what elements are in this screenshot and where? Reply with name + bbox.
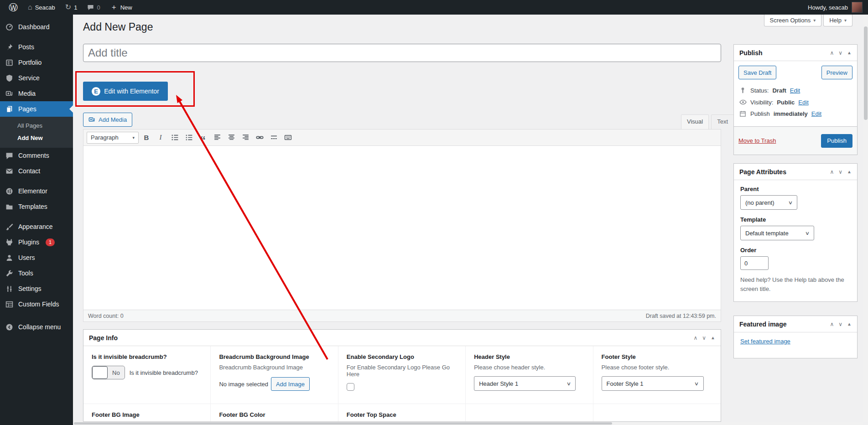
panel-controls: ∧ ∨ ▲ bbox=[830, 321, 852, 327]
sidebar-item-custom-fields[interactable]: Custom Fields bbox=[0, 296, 73, 312]
footer-style-select[interactable]: Footer Style 1 ∨ bbox=[602, 376, 704, 391]
sidebar-item-posts[interactable]: Posts bbox=[0, 39, 73, 55]
comments-link[interactable]: 0 bbox=[83, 0, 104, 15]
updates-link[interactable]: ↻ 1 bbox=[61, 0, 82, 15]
submenu-all-pages[interactable]: All Pages bbox=[0, 119, 73, 132]
sidebar-item-users[interactable]: Users bbox=[0, 250, 73, 265]
sidebar-item-tools[interactable]: Tools bbox=[0, 265, 73, 281]
publish-body: Save Draft Preview Status: Draft Edit Vi… bbox=[734, 61, 857, 122]
align-center-button[interactable] bbox=[225, 132, 238, 144]
field-label: Enable Secondary Logo bbox=[347, 353, 457, 360]
collapse-panel-icon[interactable]: ▲ bbox=[711, 335, 715, 340]
add-media-button[interactable]: Add Media bbox=[83, 113, 132, 127]
paragraph-format-select[interactable]: Paragraph ▾ bbox=[87, 132, 139, 144]
read-more-tag-button[interactable] bbox=[267, 132, 280, 144]
italic-button[interactable]: I bbox=[154, 132, 167, 144]
edit-schedule-link[interactable]: Edit bbox=[811, 110, 821, 117]
wordpress-logo-icon: Ⓦ bbox=[9, 3, 18, 12]
parent-label: Parent bbox=[740, 186, 851, 192]
sidebar-item-elementor[interactable]: Elementor bbox=[0, 183, 73, 199]
preview-button[interactable]: Preview bbox=[821, 66, 852, 79]
wordpress-logo-menu[interactable]: Ⓦ bbox=[5, 0, 22, 15]
sidebar-item-comments[interactable]: Comments bbox=[0, 148, 73, 163]
order-input[interactable] bbox=[740, 256, 769, 270]
tab-text[interactable]: Text bbox=[711, 114, 734, 129]
vertical-scrollbar-thumb[interactable] bbox=[864, 26, 868, 120]
folder-icon bbox=[5, 202, 14, 211]
collapse-menu-button[interactable]: Collapse menu bbox=[0, 319, 73, 335]
move-up-icon[interactable]: ∧ bbox=[830, 50, 834, 56]
editor-content-area[interactable] bbox=[83, 146, 721, 310]
menu-separator bbox=[0, 179, 73, 183]
post-title-input[interactable] bbox=[83, 44, 721, 62]
move-up-icon[interactable]: ∧ bbox=[694, 335, 698, 341]
sidebar-item-templates[interactable]: Templates bbox=[0, 199, 73, 214]
sidebar-label: Appearance bbox=[18, 223, 53, 230]
move-down-icon[interactable]: ∨ bbox=[838, 50, 842, 56]
sidebar-item-media[interactable]: Media bbox=[0, 86, 73, 101]
template-select[interactable]: Default template ∨ bbox=[740, 226, 814, 240]
publish-button[interactable]: Publish bbox=[821, 134, 852, 148]
edit-status-link[interactable]: Edit bbox=[790, 87, 800, 94]
move-up-icon[interactable]: ∧ bbox=[830, 321, 834, 327]
admin-bar-left: Ⓦ ⌂ Seacab ↻ 1 0 ＋ New bbox=[0, 0, 136, 15]
edit-with-elementor-button[interactable]: E Edit with Elementor bbox=[83, 82, 168, 101]
sidebar-item-pages[interactable]: Pages bbox=[0, 101, 73, 117]
move-down-icon[interactable]: ∨ bbox=[838, 169, 842, 175]
sidebar-item-dashboard[interactable]: Dashboard bbox=[0, 19, 73, 35]
align-left-button[interactable] bbox=[211, 132, 223, 144]
header-style-select[interactable]: Header Style 1 ∨ bbox=[474, 376, 576, 391]
align-right-button[interactable] bbox=[239, 132, 252, 144]
parent-select[interactable]: (no parent) ∨ bbox=[740, 195, 797, 210]
move-down-icon[interactable]: ∨ bbox=[702, 335, 706, 341]
set-featured-image-link[interactable]: Set featured image bbox=[740, 338, 790, 345]
move-down-icon[interactable]: ∨ bbox=[838, 321, 842, 327]
link-button[interactable] bbox=[253, 132, 266, 144]
image-status-text: No image selected bbox=[219, 381, 268, 388]
tab-visual[interactable]: Visual bbox=[681, 114, 709, 129]
plug-icon bbox=[5, 238, 14, 246]
breadcrumb-toggle[interactable]: No bbox=[92, 366, 125, 379]
sidebar-item-appearance[interactable]: Appearance bbox=[0, 219, 73, 234]
editor-statusbar: Word count: 0 Draft saved at 12:43:59 pm… bbox=[83, 310, 721, 321]
move-to-trash-link[interactable]: Move to Trash bbox=[738, 137, 776, 144]
field-label: Header Style bbox=[474, 353, 584, 360]
bold-button[interactable]: B bbox=[140, 132, 153, 144]
sidebar-item-portfolio[interactable]: Portfolio bbox=[0, 55, 73, 70]
collapse-panel-icon[interactable]: ▲ bbox=[847, 321, 852, 327]
submenu-add-new[interactable]: Add New bbox=[0, 132, 73, 144]
help-label: Help bbox=[829, 17, 842, 24]
field-description: For Enable Secondary Logo Please Go Here bbox=[347, 364, 457, 378]
howdy-text[interactable]: Howdy, seacab bbox=[808, 4, 848, 11]
horizontal-scrollbar[interactable] bbox=[73, 422, 863, 425]
user-avatar[interactable] bbox=[852, 2, 863, 13]
edit-visibility-link[interactable]: Edit bbox=[798, 99, 808, 106]
save-draft-button[interactable]: Save Draft bbox=[738, 66, 776, 79]
collapse-panel-icon[interactable]: ▲ bbox=[847, 169, 852, 174]
screen-options-button[interactable]: Screen Options ▾ bbox=[764, 15, 822, 26]
sidebar-item-settings[interactable]: Settings bbox=[0, 281, 73, 296]
sidebar-item-service[interactable]: Service bbox=[0, 70, 73, 86]
site-name-link[interactable]: ⌂ Seacab bbox=[24, 0, 59, 15]
blockquote-button[interactable]: “ bbox=[197, 132, 209, 144]
plugins-update-badge: 1 bbox=[46, 238, 55, 246]
collapse-panel-icon[interactable]: ▲ bbox=[847, 50, 852, 55]
sidebar-label: Plugins bbox=[18, 238, 39, 246]
vertical-scrollbar[interactable] bbox=[863, 15, 868, 422]
bulleted-list-button[interactable] bbox=[168, 132, 181, 144]
move-up-icon[interactable]: ∧ bbox=[830, 169, 834, 175]
sidebar-item-plugins[interactable]: Plugins 1 bbox=[0, 234, 73, 250]
toolbar-toggle-button[interactable] bbox=[281, 132, 294, 144]
elementor-icon: E bbox=[92, 87, 100, 96]
new-content-link[interactable]: ＋ New bbox=[106, 0, 136, 15]
page-info-header: Page Info ∧ ∨ ▲ bbox=[83, 330, 721, 346]
toggle-knob bbox=[92, 366, 108, 379]
add-image-button[interactable]: Add Image bbox=[271, 377, 310, 391]
help-button[interactable]: Help ▾ bbox=[823, 15, 852, 26]
horizontal-scrollbar-thumb[interactable] bbox=[74, 422, 612, 425]
secondary-logo-checkbox[interactable] bbox=[347, 383, 354, 391]
sidebar-label: Contact bbox=[18, 167, 40, 175]
page-info-grid: Is it invisible breadcrumb? No Is it inv… bbox=[83, 346, 721, 422]
numbered-list-button[interactable] bbox=[182, 132, 195, 144]
sidebar-item-contact[interactable]: Contact bbox=[0, 163, 73, 179]
